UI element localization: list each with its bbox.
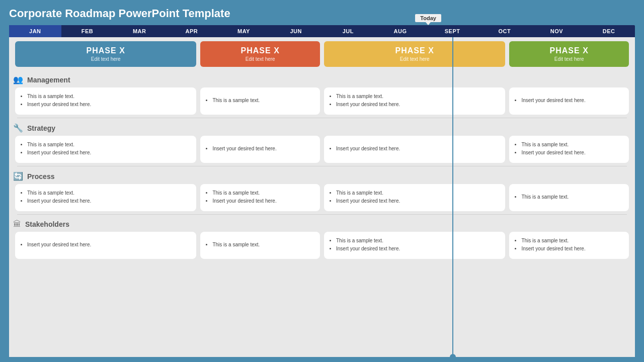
phases-row: PHASE X Edit text here PHASE X Edit text… <box>9 37 635 71</box>
main-container: Corporate Roadmap PowerPoint Template To… <box>0 0 644 362</box>
card-item: Insert your desired text here. <box>27 198 191 205</box>
card-item: This is a sample text. <box>521 194 624 201</box>
section-divider-0 <box>17 118 627 118</box>
section-header-strategy: 🔧 Strategy <box>13 121 631 135</box>
section-header-stakeholders: 🏛 Stakeholders <box>13 218 631 231</box>
section-title-stakeholders: Stakeholders <box>25 220 69 228</box>
month-cell-jun: JUN <box>270 25 322 37</box>
section-row-management: 👥 Management This is a sample text.Inser… <box>9 71 635 119</box>
section-title-management: Management <box>27 76 70 84</box>
card-item: Insert your desired text here. <box>336 198 500 205</box>
month-cell-aug: AUG <box>374 25 427 37</box>
card-stakeholders-2: This is a sample text.Insert your desire… <box>324 232 505 259</box>
phase-title-3: PHASE X <box>550 46 589 55</box>
card-item: This is a sample text. <box>212 241 315 248</box>
phase-subtitle-3: Edit text here <box>554 56 584 62</box>
card-item: This is a sample text. <box>27 141 191 148</box>
section-title-process: Process <box>27 172 54 180</box>
section-icon-stakeholders: 🏛 <box>13 220 21 229</box>
card-item: Insert your desired text here. <box>27 241 191 248</box>
sections-container: 👥 Management This is a sample text.Inser… <box>9 71 635 263</box>
card-item: This is a sample text. <box>212 97 315 104</box>
card-item: Insert your desired text here. <box>336 145 500 152</box>
phase-block-3: PHASE X Edit text here <box>509 41 629 67</box>
card-item: Insert your desired text here. <box>521 149 624 156</box>
card-item: This is a sample text. <box>27 93 191 100</box>
phase-block-2: PHASE X Edit text here <box>324 41 505 67</box>
card-item: Insert your desired text here. <box>336 101 500 108</box>
cards-row-process: This is a sample text.Insert your desire… <box>13 183 631 214</box>
month-cell-feb: FEB <box>61 25 114 37</box>
card-item: Insert your desired text here. <box>336 245 500 252</box>
phase-subtitle-2: Edit text here <box>400 56 430 62</box>
card-item: This is a sample text. <box>336 190 500 197</box>
card-process-3: This is a sample text. <box>509 184 629 211</box>
month-cell-jul: JUL <box>322 25 374 37</box>
card-strategy-2: Insert your desired text here. <box>324 136 505 163</box>
phase-subtitle-0: Edit text here <box>91 56 121 62</box>
month-cell-nov: NOV <box>531 25 583 37</box>
card-management-3: Insert your desired text here. <box>509 87 629 115</box>
section-row-stakeholders: 🏛 Stakeholders Insert your desired text … <box>9 216 635 263</box>
card-item: Insert your desired text here. <box>27 149 191 156</box>
card-item: Insert your desired text here. <box>212 198 315 205</box>
section-row-process: 🔄 Process This is a sample text.Insert y… <box>9 167 635 216</box>
phase-block-1: PHASE X Edit text here <box>200 41 320 67</box>
card-item: This is a sample text. <box>27 190 191 197</box>
cards-row-stakeholders: Insert your desired text here.This is a … <box>13 231 631 262</box>
section-header-management: 👥 Management <box>13 73 631 86</box>
card-management-2: This is a sample text.Insert your desire… <box>324 87 505 115</box>
cards-row-management: This is a sample text.Insert your desire… <box>13 86 631 118</box>
section-row-strategy: 🔧 Strategy This is a sample text.Insert … <box>9 119 635 167</box>
today-line-dot <box>450 354 456 360</box>
section-title-strategy: Strategy <box>27 124 55 132</box>
month-cell-oct: OCT <box>478 25 531 37</box>
month-cell-jan: JAN <box>9 25 61 37</box>
month-cell-mar: MAR <box>113 25 166 37</box>
card-management-0: This is a sample text.Insert your desire… <box>15 87 196 115</box>
card-process-0: This is a sample text.Insert your desire… <box>15 184 196 211</box>
cards-row-strategy: This is a sample text.Insert your desire… <box>13 135 631 166</box>
section-icon-management: 👥 <box>13 75 23 84</box>
timeline-wrapper: Today JANFEBMARAPRMAYJUNJULAUGSEPTOCTNOV… <box>9 25 635 37</box>
card-stakeholders-1: This is a sample text. <box>200 232 320 259</box>
page-title: Corporate Roadmap PowerPoint Template <box>9 7 635 20</box>
today-line <box>452 37 453 357</box>
card-item: Insert your desired text here. <box>521 245 624 252</box>
card-process-2: This is a sample text.Insert your desire… <box>324 184 505 211</box>
card-item: This is a sample text. <box>212 190 315 197</box>
card-item: This is a sample text. <box>521 141 624 148</box>
section-divider-1 <box>17 166 627 166</box>
today-label: Today <box>415 14 441 22</box>
section-header-process: 🔄 Process <box>13 169 631 183</box>
card-item: Insert your desired text here. <box>27 101 191 108</box>
card-item: This is a sample text. <box>521 237 624 244</box>
card-process-1: This is a sample text.Insert your desire… <box>200 184 320 211</box>
phase-title-2: PHASE X <box>395 46 434 55</box>
card-stakeholders-3: This is a sample text.Insert your desire… <box>509 232 629 259</box>
card-management-1: This is a sample text. <box>200 87 320 115</box>
phase-block-0: PHASE X Edit text here <box>15 41 196 67</box>
month-cell-may: MAY <box>218 25 270 37</box>
section-icon-process: 🔄 <box>13 171 23 181</box>
card-item: Insert your desired text here. <box>521 97 624 104</box>
month-cell-sept: SEPT <box>426 25 478 37</box>
content-area: PHASE X Edit text here PHASE X Edit text… <box>9 37 635 357</box>
card-strategy-3: This is a sample text.Insert your desire… <box>509 136 629 163</box>
card-item: This is a sample text. <box>336 93 500 100</box>
card-item: This is a sample text. <box>336 237 500 244</box>
months-bar: JANFEBMARAPRMAYJUNJULAUGSEPTOCTNOVDEC <box>9 25 635 37</box>
card-strategy-1: Insert your desired text here. <box>200 136 320 163</box>
card-stakeholders-0: Insert your desired text here. <box>15 232 196 259</box>
card-strategy-0: This is a sample text.Insert your desire… <box>15 136 196 163</box>
phase-title-0: PHASE X <box>87 46 125 55</box>
card-item: Insert your desired text here. <box>212 145 315 152</box>
month-cell-apr: APR <box>166 25 218 37</box>
month-cell-dec: DEC <box>583 25 635 37</box>
section-icon-strategy: 🔧 <box>13 123 23 133</box>
phase-subtitle-1: Edit text here <box>246 56 275 62</box>
phase-title-1: PHASE X <box>241 46 280 55</box>
section-divider-2 <box>17 214 627 215</box>
